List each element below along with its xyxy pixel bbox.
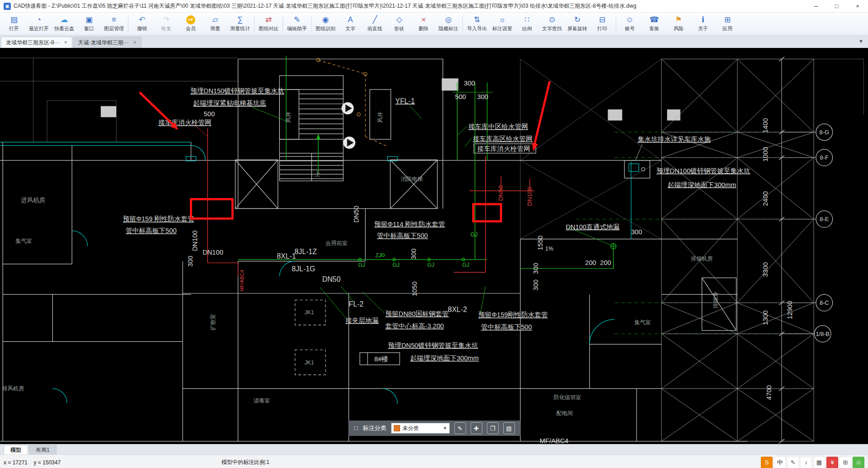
microphone-icon[interactable]: ♪ bbox=[800, 457, 812, 468]
toolbar-button-print[interactable]: ⊟打印 bbox=[590, 14, 614, 34]
measure-stats-icon: ∑ bbox=[237, 15, 243, 24]
toolbar-button-label: 导入导出 bbox=[467, 25, 487, 32]
drawing-text: 300 bbox=[410, 249, 417, 260]
drawing-text: DN100直通式地漏 bbox=[566, 223, 619, 231]
drawing-text: 预留DN80国标钢套管 bbox=[385, 310, 449, 317]
drawing-text: 起端埋深紧贴电梯基坑底 bbox=[193, 99, 266, 107]
drawing-ocr-icon: ◉ bbox=[322, 15, 329, 24]
toolbar-button-line[interactable]: ╱画直线 bbox=[363, 14, 387, 34]
cad-drawing-svg[interactable]: 预埋DN150镀锌钢管披至集水坑起端埋深紧贴电梯基坑底500接车库消火栓管网YF… bbox=[0, 48, 868, 444]
toolbox-icon[interactable]: ⊞ bbox=[840, 457, 851, 468]
drawing-text: DN100 bbox=[191, 230, 198, 251]
drawing-text: 起端埋深地面下300mm bbox=[410, 355, 479, 362]
toolbar-button-label: 图层管理 bbox=[104, 25, 124, 32]
toolbar-button-drawing-compare[interactable]: ⇄图纸对比 bbox=[256, 14, 281, 34]
toolbar-button-apps[interactable]: ⊞应用 bbox=[715, 14, 740, 34]
toolbar-button-cloud-drive[interactable]: ☁快看云盘 bbox=[52, 14, 77, 34]
assistant-icon[interactable]: ☺ bbox=[853, 457, 864, 468]
drawing-text: 接夹层地漏 bbox=[345, 317, 378, 324]
toolbar-button-open[interactable]: ▤打开 bbox=[2, 14, 26, 34]
minimize-button[interactable]: ─ bbox=[806, 0, 826, 12]
toolbar-button-text-search[interactable]: ⊙文字查找 bbox=[539, 14, 565, 34]
toolbar-button-label: 账号 bbox=[625, 25, 635, 32]
copy-annotation-button[interactable]: ❐ bbox=[487, 422, 499, 434]
soft-keyboard-icon[interactable]: ▦ bbox=[813, 457, 825, 468]
edit-annotation-button[interactable]: ✎ bbox=[454, 422, 466, 434]
toolbar-button-delete[interactable]: ×删除 bbox=[411, 14, 436, 34]
screen-rotate-icon: ↻ bbox=[574, 15, 580, 24]
toolbar-button-risk[interactable]: ⚑风险 bbox=[666, 14, 691, 34]
toolbar-button-customer-service[interactable]: ☎客服 bbox=[642, 14, 666, 34]
move-annotation-button[interactable]: ✚ bbox=[471, 422, 482, 434]
toolbar-button-recent-open[interactable]: ◔最近打开 bbox=[26, 14, 52, 34]
drawing-text: GJ bbox=[471, 232, 478, 238]
toolbar-button-label: 打开 bbox=[9, 25, 19, 32]
drawing-text: 200 bbox=[585, 259, 596, 266]
toolbar-button-measure-stats[interactable]: ∑测量统计 bbox=[227, 14, 253, 34]
drawing-text: 配电间 bbox=[557, 410, 573, 416]
toolbar-button-label: 关于 bbox=[698, 25, 708, 32]
risk-icon: ⚑ bbox=[675, 15, 682, 24]
toolbar-button-screen-rotate[interactable]: ↻屏幕旋转 bbox=[565, 14, 590, 34]
toolbar-button-vip[interactable]: VIP会员 bbox=[179, 14, 203, 34]
toolbar-button-scale[interactable]: ∷比例 bbox=[515, 14, 539, 34]
toolbar-button-text[interactable]: A文字 bbox=[338, 14, 363, 34]
drawing-text: 1% bbox=[545, 246, 553, 252]
category-grid-icon[interactable]: ∷ bbox=[354, 424, 359, 432]
open-icon: ▤ bbox=[10, 15, 18, 24]
toolbar-button-label: 打印 bbox=[597, 25, 607, 32]
annotation-category-toolbar: ∷ 标注分类 未分类 ▼ ✎ ✚ ❐ ▤ bbox=[349, 421, 520, 436]
drawing-text: 12900 bbox=[786, 301, 793, 319]
undo-icon: ↶ bbox=[139, 15, 145, 24]
toolbar-button-label: 风险 bbox=[674, 25, 684, 32]
toolbar-button-annotation-settings[interactable]: ☼标注设置 bbox=[490, 14, 515, 34]
drawing-text: 1400 bbox=[762, 118, 769, 133]
window-title: CAD快速看图 - Z:\Public\01 工作盘\05 陈芝麻烂谷子\11 … bbox=[14, 2, 806, 10]
toolbar-button-edit-assistant[interactable]: ✎编辑助手 bbox=[284, 14, 310, 34]
category-dropdown[interactable]: 未分类 ▼ bbox=[391, 423, 450, 434]
toolbar-button-drawing-ocr[interactable]: ◉图纸识别 bbox=[313, 14, 338, 34]
tab-close-icon[interactable]: × bbox=[64, 39, 67, 46]
drawing-text: 300 bbox=[187, 255, 194, 267]
toolbar-button-about[interactable]: ℹ关于 bbox=[691, 14, 715, 34]
toolbar-button-window[interactable]: ▣窗口 bbox=[77, 14, 101, 34]
red-packet-icon[interactable]: ¥ bbox=[826, 457, 838, 468]
layer-manager-icon: ≡ bbox=[112, 15, 116, 24]
grid-bubble: 8-C bbox=[816, 294, 833, 311]
toolbar-button-import-export[interactable]: ⇅导入导出 bbox=[464, 14, 490, 34]
ime-skin-icon[interactable]: ✎ bbox=[787, 457, 799, 468]
toolbar-separator bbox=[128, 16, 128, 32]
title-bar: ▣ CAD快速看图 - Z:\Public\01 工作盘\05 陈芝麻烂谷子\1… bbox=[0, 0, 868, 13]
layout-tab-model[interactable]: 模型 bbox=[4, 445, 28, 454]
toolbar-button-measure[interactable]: ▱测量 bbox=[203, 14, 227, 34]
layout-tab-layout1[interactable]: 布局1 bbox=[29, 445, 57, 454]
drawing-canvas[interactable]: 预埋DN150镀锌钢管披至集水坑起端埋深紧贴电梯基坑底500接车库消火栓管网YF… bbox=[0, 48, 868, 444]
ime-tray: S中✎♪▦¥⊞☺ bbox=[761, 457, 864, 468]
clipboard-annotation-button[interactable]: ▤ bbox=[503, 422, 515, 434]
apps-icon: ⊞ bbox=[724, 15, 731, 24]
grid-bubble: 1/8-B bbox=[814, 326, 831, 342]
toolbar-separator bbox=[283, 16, 283, 32]
close-button[interactable]: × bbox=[847, 0, 868, 12]
drawing-text: 预埋DN100镀锌钢管披至集水坑 bbox=[656, 167, 750, 175]
drawing-text: 1550 bbox=[537, 236, 544, 251]
tab-list-dropdown-icon[interactable]: ▼ bbox=[859, 38, 863, 44]
toolbar-button-redo[interactable]: ↷恢复 bbox=[154, 14, 179, 34]
document-tab[interactable]: 龙域华都三期东区-8···× bbox=[1, 37, 72, 48]
sogou-icon[interactable]: S bbox=[761, 457, 773, 468]
hide-annotation-icon: ◎ bbox=[445, 15, 452, 24]
tab-close-icon[interactable]: × bbox=[133, 39, 137, 46]
ime-chinese-icon[interactable]: 中 bbox=[774, 457, 786, 468]
toolbar-button-layer-manager[interactable]: ≡图层管理 bbox=[101, 14, 127, 34]
toolbar-button-shape[interactable]: ◇形状 bbox=[387, 14, 411, 34]
toolbar-button-hide-annotation[interactable]: ◎隐藏标注 bbox=[436, 14, 461, 34]
delete-icon: × bbox=[421, 15, 426, 24]
drawing-text: 防化值班室 bbox=[553, 394, 581, 401]
maximize-button[interactable]: □ bbox=[826, 0, 847, 12]
toolbar-button-label: 删除 bbox=[419, 25, 429, 32]
document-tab-bar: 龙域华都三期东区-8···×天诚·龙域华都三期···× ▼ bbox=[0, 35, 868, 48]
toolbar-button-label: 测量统计 bbox=[230, 25, 250, 32]
toolbar-button-account[interactable]: ☺账号 bbox=[618, 14, 642, 34]
toolbar-button-undo[interactable]: ↶撤销 bbox=[130, 14, 154, 34]
document-tab[interactable]: 天诚·龙域华都三期···× bbox=[73, 37, 142, 48]
